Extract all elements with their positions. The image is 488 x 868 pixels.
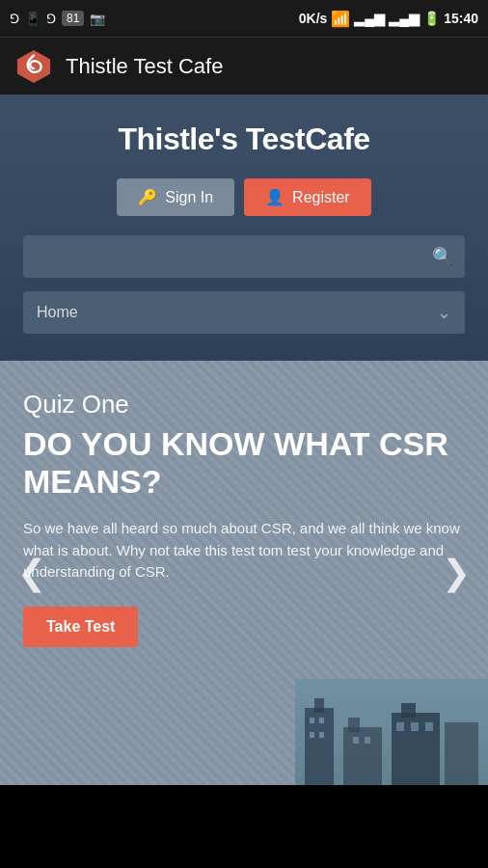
svg-rect-12: [319, 732, 324, 738]
status-right: 0K/s 📶 ▂▄▆ ▂▄▆ 🔋 15:40: [299, 10, 478, 28]
android-icon: 📱: [25, 12, 41, 26]
status-bar: ⅁ 📱 ⅁ 81 📷 0K/s 📶 ▂▄▆ ▂▄▆ 🔋 15:40: [0, 0, 488, 37]
usb2-icon: ⅁: [46, 12, 56, 26]
app-bar-title: Thistle Test Cafe: [66, 54, 223, 79]
signal-bars-2: ▂▄▆: [389, 11, 420, 26]
sign-in-label: Sign In: [165, 189, 213, 206]
search-icon-button[interactable]: 🔍: [432, 246, 453, 267]
carousel-prev-button[interactable]: ❮: [10, 553, 54, 593]
carousel-next-button[interactable]: ❯: [434, 553, 478, 593]
search-icon: 🔍: [432, 247, 453, 266]
svg-rect-15: [396, 722, 404, 731]
dropdown-selected-label: Home: [37, 304, 437, 321]
register-label: Register: [292, 189, 350, 206]
svg-rect-4: [343, 727, 382, 785]
take-test-label: Take Test: [46, 618, 115, 635]
app-logo: [15, 48, 52, 85]
svg-rect-3: [314, 698, 324, 713]
network-speed: 0K/s: [299, 11, 328, 26]
site-title: Thistle's TestCafe: [23, 122, 465, 157]
app-bar: Thistle Test Cafe: [0, 37, 488, 95]
chevron-left-icon: ❮: [17, 553, 46, 592]
content-section: ❮ Quiz One DO YOU KNOW WHAT CSR MEANS? S…: [0, 361, 488, 785]
image-icon: 📷: [90, 12, 105, 26]
chevron-right-icon: ❯: [442, 553, 471, 592]
signal-bars-1: ▂▄▆: [354, 11, 385, 26]
status-left: ⅁ 📱 ⅁ 81 📷: [10, 11, 105, 26]
user-icon: 👤: [265, 188, 285, 206]
building-image: [295, 679, 488, 785]
svg-rect-7: [401, 703, 416, 718]
usb-icon: ⅁: [10, 12, 19, 26]
svg-rect-17: [425, 722, 433, 731]
search-input[interactable]: [35, 248, 432, 265]
svg-rect-11: [310, 732, 314, 738]
svg-rect-16: [411, 722, 419, 731]
svg-rect-8: [445, 722, 478, 785]
svg-rect-9: [310, 718, 314, 723]
take-test-button[interactable]: Take Test: [23, 607, 138, 647]
quiz-label: Quiz One: [23, 390, 465, 420]
search-bar: 🔍: [23, 235, 465, 278]
quiz-description: So we have all heard so much about CSR, …: [23, 518, 465, 583]
key-icon: 🔑: [138, 188, 157, 206]
sign-in-button[interactable]: 🔑 Sign In: [117, 178, 234, 216]
svg-rect-5: [348, 718, 360, 732]
wifi-icon: 📶: [331, 10, 350, 28]
badge-81: 81: [62, 11, 84, 26]
svg-rect-14: [365, 737, 370, 744]
header-section: Thistle's TestCafe 🔑 Sign In 👤 Register …: [0, 95, 488, 361]
auth-buttons: 🔑 Sign In 👤 Register: [23, 178, 465, 216]
register-button[interactable]: 👤 Register: [244, 178, 371, 216]
chevron-down-icon: ⌄: [437, 302, 451, 323]
battery-icon: 🔋: [423, 11, 440, 26]
time-display: 15:40: [444, 11, 478, 26]
svg-rect-13: [353, 737, 359, 744]
nav-dropdown[interactable]: Home ⌄: [23, 291, 465, 334]
svg-rect-10: [319, 718, 324, 723]
quiz-title: DO YOU KNOW WHAT CSR MEANS?: [23, 425, 465, 501]
